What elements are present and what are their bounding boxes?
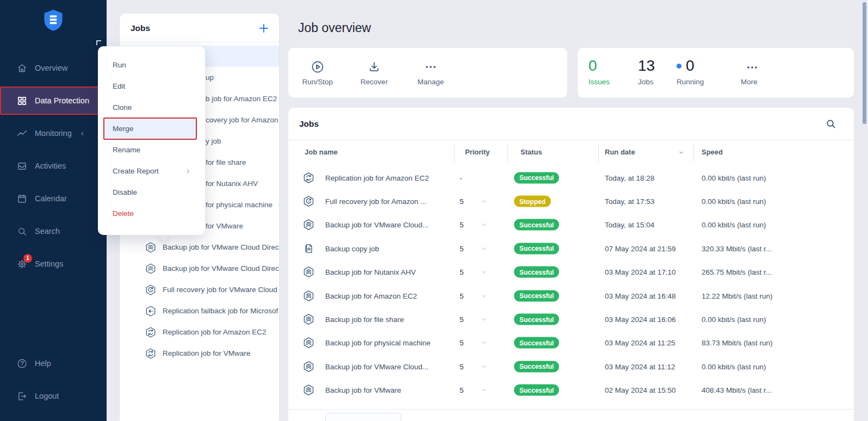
list-item[interactable]: Replication failback job for Microsof [120, 300, 279, 321]
sidebar-item[interactable]: Calendar [0, 182, 107, 215]
menu-item[interactable]: Clone [98, 97, 205, 118]
play-circle-icon [311, 60, 325, 74]
sidebar-item-label: Activities [35, 162, 66, 170]
cell-speed: 265.75 Mbit/s (last r... [702, 268, 772, 276]
priority-dropdown-icon[interactable] [480, 386, 488, 394]
backup-icon [302, 266, 315, 278]
cell-job-name: Backup job for VMware [325, 386, 401, 394]
cell-speed: 0.00 kbit/s (last run) [702, 221, 766, 229]
cell-priority: 5 [460, 362, 464, 370]
list-item[interactable]: Backup job for VMware Cloud Direc [120, 237, 279, 258]
cell-priority: 5 [460, 339, 464, 347]
table-row[interactable]: Backup job for file share 5 Successful 0… [288, 307, 854, 331]
logout-icon [16, 391, 28, 402]
status-badge: Successful [514, 267, 559, 278]
menu-item[interactable]: Delete [98, 203, 205, 224]
menu-item[interactable]: Merge [103, 117, 197, 140]
menu-item-label: Clone [113, 103, 132, 112]
sidebar-item-label: Overview [35, 64, 67, 72]
add-job-button[interactable] [257, 22, 270, 35]
toolbar-button[interactable]: Run/Stop [292, 48, 344, 98]
cell-run-date: 03 May 2024 at 16:48 [605, 292, 676, 300]
page-size-selector[interactable] [325, 413, 401, 421]
column-header-job-name[interactable]: Job name [305, 148, 338, 156]
stat-label: Issues [588, 78, 610, 86]
column-header-status[interactable]: Status [520, 148, 542, 156]
column-header-priority[interactable]: Priority [465, 148, 490, 156]
priority-dropdown-icon[interactable] [480, 268, 488, 276]
jobs-table-body: Replication job for Amazon EC2 - Success… [288, 166, 854, 402]
cursor-artifact [96, 40, 101, 45]
list-item[interactable]: Replication job for VMware [120, 343, 279, 364]
table-row[interactable]: Full recovery job for Amazon ... 5 Stopp… [288, 189, 854, 213]
gear-icon: 1 [16, 258, 28, 270]
sidebar: Overview Data Protection Monitoring [0, 0, 107, 421]
cell-run-date: Today, at 17:53 [605, 197, 654, 206]
column-header-run-date[interactable]: Run date [605, 148, 635, 156]
sidebar-item[interactable]: Logout [0, 380, 107, 412]
list-item[interactable]: Full recovery job for VMware Cloud [120, 279, 279, 300]
column-header-speed[interactable]: Speed [702, 148, 723, 156]
menu-item[interactable]: Run [98, 54, 205, 76]
table-row[interactable]: Backup copy job 5 Successful 07 May 2024… [288, 237, 854, 260]
chevron-right-icon [184, 168, 192, 175]
menu-item[interactable]: Edit [98, 76, 205, 97]
table-row[interactable]: Backup job for physical machine 5 Succes… [288, 331, 854, 355]
table-row[interactable]: Backup job for VMware Cloud... 5 Success… [288, 213, 854, 237]
stat-item[interactable]: More [741, 56, 759, 86]
table-row[interactable]: Backup job for VMware Cloud... 5 Success… [288, 355, 854, 378]
priority-dropdown-icon[interactable] [480, 197, 488, 206]
priority-dropdown-icon[interactable] [480, 362, 488, 370]
menu-item-label: Edit [113, 82, 125, 90]
monitoring-icon [16, 128, 28, 139]
vertical-scrollbar[interactable] [863, 2, 866, 124]
priority-dropdown-icon[interactable] [480, 221, 488, 229]
sort-down-icon[interactable] [677, 148, 686, 157]
toolbar-button[interactable]: Manage [405, 48, 457, 98]
jobs-table-header: Jobs [288, 108, 854, 140]
column-divider [693, 144, 694, 162]
recovery-icon [302, 195, 315, 208]
priority-dropdown-icon[interactable] [480, 292, 488, 300]
cell-priority: 5 [460, 197, 464, 206]
sidebar-item[interactable]: Search [0, 215, 107, 247]
menu-item[interactable]: Rename [98, 139, 205, 160]
jobs-table-card: Jobs Job name Priority Status Run date S… [288, 108, 854, 421]
table-row[interactable]: Backup job for VMware 5 Successful 02 Ma… [288, 379, 854, 402]
cell-job-name: Backup copy job [325, 244, 379, 252]
cell-job-name: Backup job for Amazon EC2 [325, 292, 417, 300]
job-name-fragment: for Nutanix AHV [206, 179, 258, 188]
stat-label: More [741, 78, 759, 86]
toolbar-button[interactable]: Recover [348, 48, 400, 98]
sidebar-nav: Overview Data Protection Monitoring [0, 52, 107, 280]
cell-run-date: 07 May 2024 at 21:59 [605, 244, 676, 252]
sidebar-item[interactable]: Help [0, 347, 107, 380]
sidebar-item[interactable]: Overview [0, 52, 107, 84]
sidebar-item[interactable]: Data Protection [0, 86, 99, 115]
list-item[interactable]: Replication job for Amazon EC2 [120, 321, 279, 343]
menu-item-label: Disable [113, 188, 137, 196]
notification-badge: 1 [23, 254, 32, 263]
priority-dropdown-icon[interactable] [480, 339, 488, 347]
sidebar-item[interactable]: Activities [0, 150, 107, 182]
table-row[interactable]: Replication job for Amazon EC2 - Success… [288, 166, 854, 189]
sidebar-item[interactable]: Monitoring [0, 117, 107, 150]
table-row[interactable]: Backup job for Nutanix AHV 5 Successful … [288, 261, 854, 284]
table-row[interactable]: Backup job for Amazon EC2 5 Successful 0… [288, 284, 854, 307]
sidebar-item[interactable]: 1 Settings [0, 247, 107, 280]
recovery-icon [145, 284, 157, 296]
cell-speed: 0.00 kbit/s (last run) [702, 362, 766, 370]
table-footer [288, 409, 854, 421]
list-item[interactable]: Backup job for VMware Cloud Direc [120, 258, 279, 279]
cell-run-date: 03 May 2024 at 11:12 [605, 362, 675, 370]
cell-run-date: Today, at 15:04 [605, 221, 654, 229]
cell-job-name: Backup job for VMware Cloud... [325, 362, 429, 370]
menu-item[interactable]: Create Report [98, 160, 205, 182]
job-name: Replication failback job for Microsof [163, 307, 278, 315]
priority-dropdown-icon[interactable] [480, 315, 488, 324]
search-icon[interactable] [824, 117, 837, 130]
cell-speed: 0.00 kbit/s (last run) [702, 174, 766, 182]
cell-speed: 0.00 kbit/s (last run) [702, 315, 766, 324]
menu-item[interactable]: Disable [98, 182, 205, 203]
priority-dropdown-icon[interactable] [480, 244, 488, 252]
